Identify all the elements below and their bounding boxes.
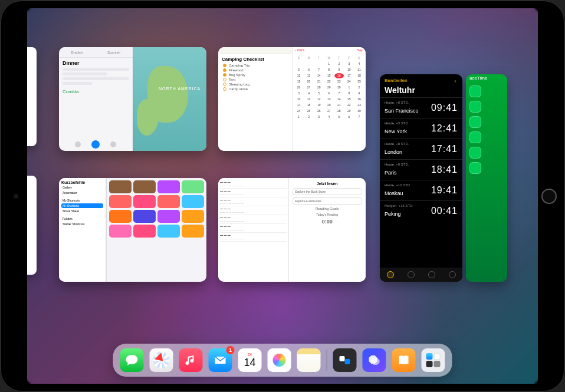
source-word: Dinner [59, 58, 133, 66]
calendar-day: 14 [244, 357, 255, 368]
clock-tabs [380, 268, 462, 282]
sidebar-item: Gallery [61, 185, 103, 190]
shortcut-tile [157, 210, 180, 223]
dock-books[interactable] [392, 348, 416, 372]
world-clock-row: Heute, +3 STD.New York12:41 [380, 118, 462, 139]
shortcut-tile [109, 210, 132, 223]
shortcuts-sidebar: Kurzbefehle GalleryAutomationMy Shortcut… [59, 178, 106, 282]
calendar-pane: ‹ 2021Sep SMTWTFS12345678910111213141516… [292, 47, 366, 151]
shortcut-tile [133, 195, 156, 208]
mail-pane: — — —— — — — — — — —— — —— — — — — — — —… [218, 178, 288, 282]
shortcut-tile [133, 210, 156, 223]
card-translate-maps[interactable]: Übersetzen Karten English Spanish Dinner [59, 47, 206, 151]
ipad-frame: Übersetzen Karten English Spanish Dinner [0, 0, 565, 392]
target-word: Comida [59, 87, 133, 97]
sidebar-title: Kurzbefehle [61, 180, 85, 185]
app-switcher[interactable]: Übersetzen Karten English Spanish Dinner [32, 31, 533, 325]
clock-title: Weltuhr [380, 85, 462, 97]
mail-row: — — —— — — — — — — — [220, 197, 287, 206]
shortcut-tile [157, 180, 180, 193]
svg-rect-1 [345, 359, 350, 364]
tab-worldclock-icon [387, 271, 394, 278]
home-button[interactable] [541, 189, 557, 204]
card-facetime[interactable]: FaceTime aceTime [466, 74, 507, 282]
facetime-tile [469, 116, 481, 128]
note-item: Firewood [218, 68, 292, 73]
tab-timer-icon [449, 271, 456, 278]
maps-pane: NORTH AMERICA [133, 47, 207, 151]
world-clock-row: Heute, +8 STD.London17:41 [380, 139, 462, 159]
offscreen-card[interactable] [27, 176, 37, 275]
world-clock-row: Heute, +0 STD.San Francisco09:41 [380, 97, 462, 118]
note-item: Tent [218, 77, 292, 82]
dock: 1 Di 14 [113, 344, 452, 377]
books-goals-time: 0:00 [293, 219, 363, 225]
card-shortcuts[interactable]: Kurzbefehle Kurzbefehle GalleryAutomatio… [59, 178, 206, 282]
front-camera [14, 195, 18, 198]
dock-notes[interactable] [297, 348, 321, 372]
dock-app-library[interactable] [422, 348, 445, 372]
world-clock-row: Morgen, +15 STD.Peking00:41 [380, 200, 462, 221]
mail-row: — — —— — — — — — — — [220, 206, 287, 215]
shortcut-tile [157, 225, 180, 238]
mail-row: — — —— — — — — — — — [220, 215, 287, 224]
sidebar-item: All Shortcuts [61, 203, 103, 208]
dock-music[interactable] [179, 348, 203, 372]
world-clock-row: Heute, +10 STD.Moskau19:41 [380, 180, 462, 200]
mail-row: — — —— — — — — — — — [220, 233, 287, 242]
screen-bezel: Übersetzen Karten English Spanish Dinner [27, 8, 538, 384]
sidebar-item: Share Sheet [61, 209, 103, 213]
notes-pane: Camping Checklist Camping TripFirewoodBu… [218, 47, 292, 151]
clock-edit: Bearbeiten [385, 78, 408, 84]
cal-month: Sep [357, 48, 363, 53]
map-region-label: NORTH AMERICA [159, 87, 201, 91]
facetime-tile [469, 147, 481, 159]
svg-rect-0 [340, 356, 345, 361]
books-pane: Jetzt lesen Explore the Book Store Explo… [288, 178, 366, 282]
note-item: Camping Trip [218, 63, 292, 68]
tab-stopwatch-icon [428, 271, 435, 278]
shortcut-tile [182, 195, 204, 208]
books-goals-title: Reading Goals [293, 207, 363, 210]
mail-badge: 1 [226, 346, 235, 354]
world-clock-row: Heute, +9 STD.Paris18:41 [380, 159, 462, 180]
sidebar-item: Folders [61, 216, 103, 221]
sidebar-item [61, 214, 103, 216]
books-pill: Explore Audiobooks [293, 197, 363, 205]
dock-divider [327, 350, 327, 371]
sidebar-item: Automation [61, 190, 103, 195]
tab-alarm-icon [408, 271, 415, 278]
dock-calendar[interactable]: Di 14 [238, 348, 262, 372]
card-notes-calendar[interactable]: Notizen Camping Ch… Kalender September 2… [218, 47, 366, 151]
card-clock[interactable]: Uhr Bearbeiten ＋ Weltuhr Heute, +0 STD.S… [380, 74, 462, 282]
card-mail-books[interactable]: Mail ▣ Eingang Bücher — — —— — — — — — —… [218, 178, 366, 282]
dock-messages[interactable] [120, 348, 144, 372]
shortcut-tile [133, 180, 156, 193]
dock-photos[interactable] [268, 348, 291, 372]
plus-icon: ＋ [453, 78, 458, 84]
dock-mail[interactable]: 1 [209, 348, 232, 372]
note-title: Camping Checklist [218, 54, 292, 63]
shortcuts-grid [106, 178, 206, 282]
shortcut-tile [182, 180, 204, 193]
sidebar-item [61, 196, 103, 197]
sidebar-item: Starter Shortcuts [61, 222, 103, 226]
shortcut-tile [133, 225, 156, 238]
src-lang: English [71, 51, 83, 54]
shortcut-tile [109, 195, 132, 208]
offscreen-card[interactable] [27, 47, 37, 146]
mail-row: — — —— — — — — — — — [220, 224, 287, 233]
books-pill: Explore the Book Store [293, 188, 363, 195]
shortcut-tile [182, 210, 204, 223]
shortcut-tile [157, 195, 180, 208]
note-item: Camp stove [218, 87, 292, 91]
mail-row: — — —— — — — — — — — [220, 189, 287, 197]
dock-safari[interactable] [150, 348, 173, 372]
shortcut-tile [109, 225, 132, 238]
dst-lang: Spanish [107, 51, 120, 54]
dock-translate[interactable] [333, 348, 357, 372]
mail-row: — — —— — — — — — — — [220, 180, 287, 189]
books-heading: Jetzt lesen [293, 182, 363, 186]
books-goals-label: Today's Reading [293, 213, 363, 216]
dock-shortcuts[interactable] [363, 348, 386, 372]
